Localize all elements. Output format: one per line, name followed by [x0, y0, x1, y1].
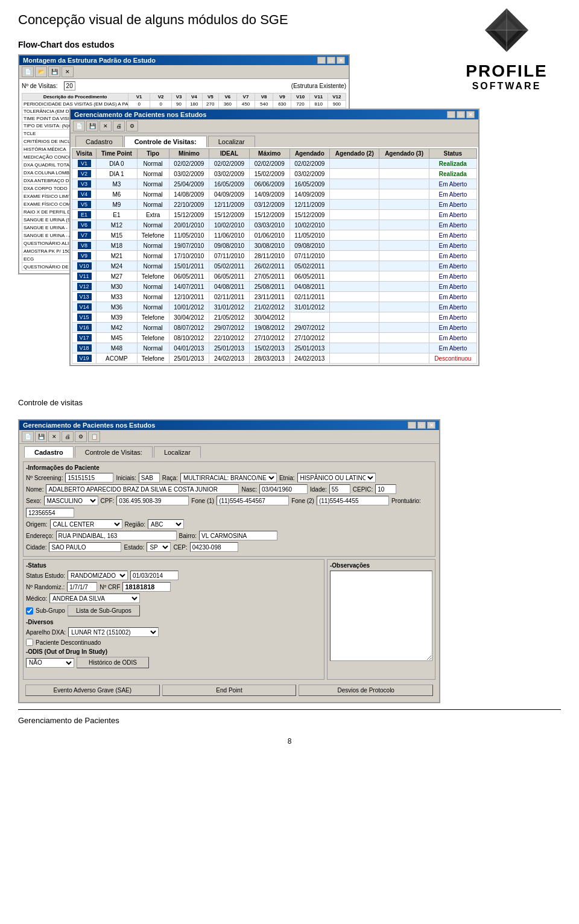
odis-select[interactable]: NÃO	[26, 658, 74, 668]
origem-select[interactable]: CALL CENTER	[50, 519, 122, 529]
new-btn[interactable]: 📄	[22, 66, 34, 77]
vt-cell: Em Aberto	[429, 210, 476, 220]
pac-save-btn[interactable]: 💾	[35, 431, 47, 442]
vis-minimize-btn[interactable]: _	[447, 111, 455, 118]
vt-cell: DIA 1	[96, 169, 138, 179]
vt-cell: Em Aberto	[429, 230, 476, 241]
vt-cell: 28/03/2013	[249, 353, 290, 364]
pac-delete-btn[interactable]: ✕	[48, 431, 60, 442]
nome-input[interactable]	[46, 484, 239, 494]
iniciais-input[interactable]	[139, 473, 160, 483]
aparelho-select[interactable]: LUNAR NT2 (151002)	[68, 627, 159, 637]
vt-cell: Em Aberto	[429, 343, 476, 353]
pac-maximize-btn[interactable]: □	[417, 422, 426, 429]
vis-print-btn[interactable]: 🖨	[113, 121, 125, 131]
pac-row-screening: Nº Screening: Iniciais: Raça: MULTIRRACI…	[26, 473, 432, 483]
pac-desc-checkbox[interactable]	[26, 639, 33, 646]
vt-cell	[330, 343, 379, 353]
raca-select[interactable]: MULTIRRACIAL: BRANCO/NEGRO	[180, 473, 277, 483]
vt-cell: Normal	[137, 241, 169, 251]
lista-subgrupos-btn[interactable]: Lista de Sub-Grupos	[68, 605, 140, 616]
estado-select[interactable]: SP	[147, 542, 171, 552]
pac-bottom-buttons: Evento Adverso Grave (SAE) End Point Des…	[23, 682, 435, 698]
vt-cell: 15/12/2009	[290, 210, 330, 220]
vt-cell: Em Aberto	[429, 251, 476, 261]
nvisitas-input[interactable]: 20	[64, 81, 75, 90]
nrandomiz-input[interactable]	[67, 582, 97, 592]
vt-cell: 07/11/2010	[290, 251, 330, 261]
open-btn[interactable]: 📂	[35, 66, 47, 77]
ncrf-input[interactable]	[122, 582, 171, 592]
obs-textarea[interactable]	[330, 571, 432, 661]
col-v8: V8	[255, 93, 273, 101]
fone2-input[interactable]	[317, 496, 389, 505]
pac-minimize-btn[interactable]: _	[408, 422, 416, 429]
pac-extra-btn[interactable]: 📋	[88, 431, 100, 442]
cepic-input[interactable]	[375, 484, 396, 494]
vt-cell: 24/02/2013	[209, 353, 250, 364]
endpoint-btn[interactable]: End Point	[162, 685, 297, 696]
vt-cell: M33	[96, 292, 138, 302]
etnia-label: Etnia:	[279, 475, 295, 481]
vt-cell: V6	[72, 220, 96, 230]
pac-cfg-btn[interactable]: ⚙	[75, 431, 87, 442]
vis-close-btn[interactable]: ✕	[466, 111, 475, 118]
vt-cell: E1	[72, 210, 96, 220]
prontuario-input[interactable]	[26, 508, 74, 517]
vt-cell: 09/08/2010	[209, 241, 250, 251]
subgrupo-checkbox[interactable]	[26, 607, 33, 615]
close-btn[interactable]: ✕	[337, 57, 345, 64]
vt-cell: Em Aberto	[429, 200, 476, 210]
vt-cell: E1	[96, 210, 138, 220]
col-v5: V5	[202, 93, 218, 101]
vt-cell: V5	[72, 200, 96, 210]
bairro-input[interactable]	[199, 531, 277, 540]
vt-cell: 26/02/2011	[249, 261, 290, 271]
regiao-select[interactable]: ABC	[148, 519, 184, 529]
sexo-select[interactable]: MASCULINO	[44, 496, 98, 505]
tab-cadastro[interactable]: Cadastro	[75, 136, 123, 147]
nscreening-input[interactable]	[65, 473, 113, 483]
medico-select[interactable]: ANDREA DA SILVA	[49, 593, 140, 603]
vt-cell: 16/05/2009	[290, 179, 330, 189]
pac-tab-cadastro[interactable]: Cadastro	[24, 446, 74, 458]
tab-localizar[interactable]: Localizar	[208, 136, 255, 147]
vis-cfg-btn[interactable]: ⚙	[126, 121, 138, 131]
vt-cell	[379, 343, 429, 353]
tab-controle-visitas[interactable]: Controle de Visitas:	[124, 136, 207, 147]
fone1-input[interactable]	[217, 496, 289, 505]
vis-new-btn[interactable]: 📄	[73, 121, 85, 131]
vt-cell: M6	[96, 189, 138, 200]
cidade-input[interactable]	[49, 542, 121, 552]
idade-input[interactable]	[329, 484, 350, 494]
cep-input[interactable]	[190, 542, 238, 552]
etnia-select[interactable]: HISPÂNICO OU LATINO	[297, 473, 376, 483]
pac-obs-title: -Observações	[330, 562, 432, 569]
endereco-input[interactable]	[56, 531, 177, 540]
vt-cell: 08/10/2012	[169, 333, 209, 343]
desvios-btn[interactable]: Desvios de Protocolo	[299, 685, 433, 696]
pac-tab-controle[interactable]: Controle de Visitas:	[75, 446, 153, 458]
delete-btn[interactable]: ✕	[62, 66, 74, 77]
maximize-btn[interactable]: □	[327, 57, 335, 64]
pac-tab-localizar[interactable]: Localizar	[154, 446, 201, 458]
vis-delete-btn[interactable]: ✕	[100, 121, 112, 131]
pac-close-btn[interactable]: ✕	[427, 422, 435, 429]
minimize-btn[interactable]: _	[317, 57, 326, 64]
sae-btn[interactable]: Evento Adverso Grave (SAE)	[25, 685, 160, 696]
vt-cell: V10	[72, 261, 96, 271]
vt-col-minimo: Mínimo	[169, 149, 209, 159]
vt-cell: 25/01/2013	[209, 343, 250, 353]
cpf-input[interactable]	[116, 496, 189, 505]
nasc-input[interactable]	[259, 484, 308, 494]
prontuario-label: Prontuário:	[391, 498, 421, 504]
historico-odis-btn[interactable]: Histórico de ODIS	[77, 657, 149, 668]
pac-new-btn[interactable]: 📄	[22, 431, 34, 442]
status-date-input[interactable]	[130, 571, 179, 580]
vt-cell	[330, 159, 379, 169]
vis-save-btn[interactable]: 💾	[86, 121, 98, 131]
save-btn[interactable]: 💾	[48, 66, 60, 77]
status-estudo-select[interactable]: RANDOMIZADO	[68, 571, 128, 580]
pac-print-btn[interactable]: 🖨	[62, 431, 74, 442]
vis-maximize-btn[interactable]: □	[457, 111, 465, 118]
